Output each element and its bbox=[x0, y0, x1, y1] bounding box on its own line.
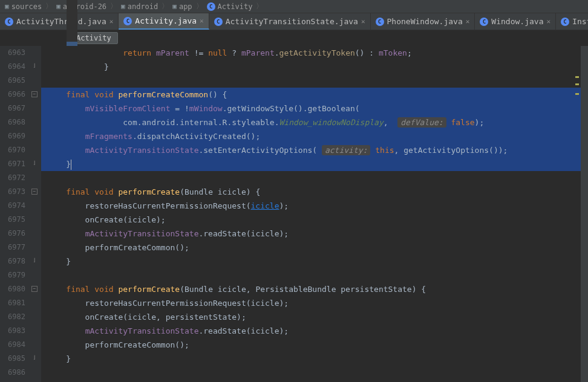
tab-instrumentation[interactable]: CInstrumentation.java✕ bbox=[556, 13, 588, 30]
code-line[interactable]: final void performCreate(Bundle icicle, … bbox=[41, 282, 588, 296]
line-number: 6972 bbox=[0, 171, 25, 185]
code-line[interactable] bbox=[41, 366, 588, 380]
code-line[interactable]: } bbox=[41, 60, 588, 74]
line-number: 6974 bbox=[0, 199, 25, 213]
line-number: 6969 bbox=[0, 129, 25, 143]
line-number: 6970 bbox=[0, 143, 25, 157]
code-line[interactable]: restoreHasCurrentPermissionRequest(icicl… bbox=[41, 296, 588, 310]
line-number: 6977 bbox=[0, 241, 25, 254]
fold-toggle-icon[interactable]: − bbox=[31, 189, 38, 195]
code-line[interactable] bbox=[41, 171, 588, 185]
code-line[interactable]: mActivityTransitionState.setEnterActivit… bbox=[41, 143, 588, 157]
class-icon: C bbox=[480, 18, 488, 26]
fold-end-icon: ⌋ bbox=[31, 258, 38, 264]
code-line[interactable]: com.android.internal.R.styleable.Window_… bbox=[41, 115, 588, 129]
warning-strip[interactable] bbox=[575, 46, 581, 382]
fold-toggle-icon[interactable]: − bbox=[31, 286, 38, 292]
close-icon[interactable]: ✕ bbox=[109, 18, 114, 25]
breadcrumb-bar: ▣sources 〉 ▣android-26 〉 ▣android 〉 ▣app… bbox=[0, 0, 588, 13]
line-number: 6973 bbox=[0, 185, 25, 199]
code-line[interactable]: } bbox=[41, 352, 588, 366]
folder-icon: ▣ bbox=[172, 2, 177, 10]
line-number: 6979 bbox=[0, 268, 25, 282]
folder-icon: ▣ bbox=[121, 2, 125, 10]
fold-toggle-icon[interactable]: − bbox=[31, 91, 38, 97]
close-icon[interactable]: ✕ bbox=[200, 17, 204, 25]
breadcrumb-activity[interactable]: CActivity bbox=[206, 2, 254, 11]
tab-phonewindow[interactable]: CPhoneWindow.java✕ bbox=[371, 13, 475, 30]
code-line[interactable]: mVisibleFromClient = !mWindow.getWindowS… bbox=[41, 102, 588, 115]
line-number: 6965 bbox=[0, 74, 25, 88]
class-context-bar: Activity bbox=[0, 30, 588, 46]
line-number: 6964 bbox=[0, 60, 25, 74]
line-number: 6982 bbox=[0, 310, 25, 324]
folder-icon: ▣ bbox=[5, 2, 9, 10]
code-area[interactable]: return mParent != null ? mParent.getActi… bbox=[41, 46, 588, 382]
line-number: 6968 bbox=[0, 115, 25, 129]
fold-end-icon: ⌋ bbox=[31, 355, 38, 361]
editor-tabs: CActivityThread.java✕ CActivity.java✕ CA… bbox=[0, 13, 588, 30]
close-icon[interactable]: ✕ bbox=[466, 18, 470, 25]
line-number: 6983 bbox=[0, 324, 25, 338]
line-number: 6971 bbox=[0, 157, 25, 171]
line-number: 6976 bbox=[0, 227, 25, 241]
line-number: 6966 bbox=[0, 88, 25, 102]
code-line[interactable]: onCreate(icicle); bbox=[41, 213, 588, 227]
fold-end-icon: ⌋ bbox=[31, 63, 38, 70]
code-line[interactable]: onCreate(icicle, persistentState); bbox=[41, 310, 588, 324]
class-icon: C bbox=[207, 2, 215, 11]
breadcrumb-separator: 〉 bbox=[45, 1, 53, 11]
tab-activity[interactable]: CActivity.java✕ bbox=[119, 13, 209, 30]
line-number: 6978 bbox=[0, 254, 25, 268]
tab-activitythread[interactable]: CActivityThread.java✕ bbox=[0, 13, 119, 30]
close-icon[interactable]: ✕ bbox=[546, 18, 550, 25]
code-line[interactable]: mActivityTransitionState.readState(icicl… bbox=[41, 324, 588, 338]
line-number: 6981 bbox=[0, 296, 25, 310]
class-icon: C bbox=[376, 18, 384, 26]
folder-icon: ▣ bbox=[56, 2, 60, 10]
line-number: 6985 bbox=[0, 352, 25, 366]
scrollbar-vertical[interactable] bbox=[581, 46, 588, 382]
class-icon: C bbox=[123, 17, 132, 25]
breadcrumb-android26[interactable]: ▣android-26 bbox=[55, 2, 108, 11]
line-number-gutter: 6963696469656966696769686969697069716972… bbox=[0, 46, 29, 382]
class-icon: C bbox=[214, 18, 223, 26]
code-line[interactable]: performCreateCommon(); bbox=[41, 338, 588, 352]
line-number: 6984 bbox=[0, 338, 25, 352]
tab-window[interactable]: CWindow.java✕ bbox=[475, 13, 556, 30]
line-number: 6963 bbox=[0, 46, 25, 60]
close-icon[interactable]: ✕ bbox=[361, 18, 365, 25]
code-line[interactable]: } bbox=[41, 254, 588, 268]
fold-gutter: ⌋−⌋−⌋−⌋ bbox=[29, 46, 41, 382]
class-icon: C bbox=[561, 18, 569, 26]
breadcrumb-app[interactable]: ▣app bbox=[171, 2, 193, 11]
line-number: 6975 bbox=[0, 213, 25, 227]
code-line[interactable]: return mParent != null ? mParent.getActi… bbox=[41, 46, 588, 60]
class-icon: C bbox=[5, 18, 13, 26]
tab-activitytransitionstate[interactable]: CActivityTransitionState.java✕ bbox=[209, 13, 371, 30]
code-line[interactable]: } bbox=[41, 157, 588, 171]
code-line[interactable]: final void performCreateCommon() { bbox=[41, 88, 588, 102]
fold-end-icon: ⌋ bbox=[31, 161, 38, 167]
code-line[interactable]: performCreateCommon(); bbox=[41, 241, 588, 254]
line-number: 6986 bbox=[0, 366, 25, 380]
code-line[interactable] bbox=[41, 74, 588, 88]
breadcrumb-android[interactable]: ▣android bbox=[120, 2, 159, 11]
code-line[interactable] bbox=[41, 268, 588, 282]
code-editor[interactable]: 6963696469656966696769686969697069716972… bbox=[0, 46, 588, 382]
breadcrumb-sources[interactable]: ▣sources bbox=[4, 2, 43, 11]
code-line[interactable]: restoreHasCurrentPermissionRequest(icicl… bbox=[41, 199, 588, 213]
code-line[interactable]: final void performCreate(Bundle icicle) … bbox=[41, 185, 588, 199]
code-line[interactable]: mActivityTransitionState.readState(icicl… bbox=[41, 227, 588, 241]
line-number: 6967 bbox=[0, 102, 25, 115]
code-line[interactable]: mFragments.dispatchActivityCreated(); bbox=[41, 129, 588, 143]
line-number: 6980 bbox=[0, 282, 25, 296]
